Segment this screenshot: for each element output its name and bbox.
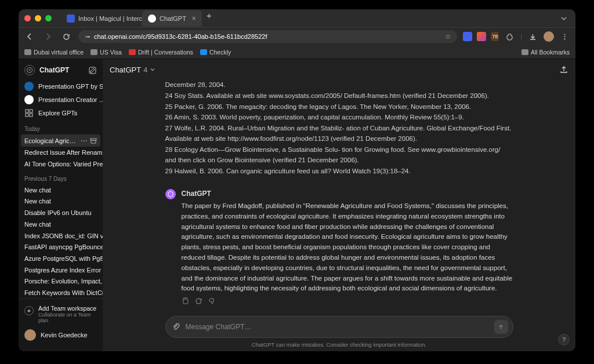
sidebar-chat[interactable]: New chat <box>19 219 103 230</box>
chatgpt-logo-icon[interactable] <box>24 65 35 75</box>
bookmark-item[interactable]: Dubai virtual office <box>24 49 84 56</box>
plus-circle-icon: + <box>24 306 34 315</box>
svg-rect-9 <box>26 114 28 117</box>
all-bookmarks-button[interactable]: All Bookmarks <box>521 49 570 56</box>
svg-point-4 <box>564 38 566 39</box>
bookmarks-bar: Dubai virtual office US Visa Drift | Con… <box>19 45 575 59</box>
chat-more-icon[interactable]: ⋯ <box>81 137 88 145</box>
sidebar-item-explore[interactable]: Explore GPTs <box>19 107 103 120</box>
tab-title: ChatGPT <box>160 15 186 22</box>
new-chat-icon[interactable] <box>88 66 97 75</box>
folder-icon <box>90 49 97 55</box>
gpt-avatar-icon <box>24 95 34 104</box>
close-window-button[interactable] <box>24 15 31 21</box>
new-tab-button[interactable]: + <box>202 10 216 27</box>
assistant-name: ChatGPT <box>182 188 513 199</box>
extension-icons: 78 | <box>463 31 571 42</box>
svg-rect-1 <box>87 36 90 37</box>
message-actions <box>182 297 513 305</box>
sidebar-item-gpt[interactable]: Presentation Creator … <box>19 93 103 107</box>
folder-icon <box>24 49 31 55</box>
sidebar-chat-active[interactable]: Ecological Agriculture Ov… ⋯ <box>21 134 100 147</box>
browser-menu-icon[interactable] <box>559 32 571 42</box>
sidebar-chat[interactable]: FastAPI asyncpg PgBouncer solut <box>19 241 103 253</box>
downloads-icon[interactable] <box>527 32 539 42</box>
bookmark-star-icon[interactable]: ☆ <box>445 32 451 41</box>
gpt-avatar-icon <box>24 82 34 91</box>
tab-title: Inbox | Magicul | Intercom <box>78 15 142 22</box>
app-name: ChatGPT <box>39 66 84 74</box>
reload-button[interactable] <box>60 32 73 42</box>
sidebar: ChatGPT Presentation GPT by S… Presentat… <box>19 59 103 351</box>
main-header: ChatGPT 4 <box>103 59 575 80</box>
user-message-content: December 28, 2004. 24 Soy Stats. Availab… <box>165 80 513 185</box>
attach-file-icon[interactable] <box>172 322 181 332</box>
folder-icon <box>521 49 528 55</box>
composer <box>165 316 513 338</box>
browser-titlebar: Inbox | Magicul | Intercom × ChatGPT × + <box>19 9 575 28</box>
sidebar-chat[interactable]: Index JSONB doc_id: GIN vs. BTRE <box>19 230 103 242</box>
extensions-menu-icon[interactable] <box>504 32 516 42</box>
minimize-window-button[interactable] <box>35 15 41 21</box>
svg-rect-12 <box>91 140 96 143</box>
sidebar-chat[interactable]: Azure PostgreSQL with PgBounce <box>19 253 103 264</box>
model-selector[interactable]: ChatGPT 4 <box>110 65 155 74</box>
svg-point-3 <box>564 36 566 37</box>
svg-rect-8 <box>30 110 32 112</box>
sidebar-item-gpt[interactable]: Presentation GPT by S… <box>19 80 103 93</box>
tabs-dropdown-icon[interactable] <box>558 13 570 24</box>
extension-icon[interactable] <box>463 32 472 41</box>
sidebar-chat[interactable]: AI Tone Options: Varied Presentat <box>19 158 103 170</box>
address-bar[interactable]: chat.openai.com/c/95d9313c-6281-40ab-b15… <box>78 30 457 43</box>
sidebar-chat[interactable]: Fetch Keywords With DictCursor <box>19 287 103 299</box>
drift-icon <box>129 49 136 55</box>
extension-icon[interactable] <box>477 32 486 41</box>
chat-archive-icon[interactable] <box>90 137 97 144</box>
profile-avatar-icon[interactable] <box>544 31 554 42</box>
svg-rect-13 <box>183 299 188 304</box>
regenerate-icon[interactable] <box>195 297 202 305</box>
assistant-message: ChatGPT The paper by Fred Magdoff, publi… <box>165 185 513 308</box>
bookmark-item[interactable]: US Visa <box>90 49 122 56</box>
svg-point-0 <box>85 36 86 37</box>
browser-toolbar: chat.openai.com/c/95d9313c-6281-40ab-b15… <box>19 28 575 45</box>
site-info-icon[interactable] <box>84 34 90 40</box>
assistant-text: The paper by Fred Magdoff, published in … <box>182 201 513 294</box>
sidebar-chat[interactable]: New chat <box>19 195 103 207</box>
grid-icon <box>24 108 34 118</box>
sidebar-chat[interactable]: Disable IPv6 on Ubuntu <box>19 207 103 219</box>
maximize-window-button[interactable] <box>45 15 52 21</box>
sidebar-chat[interactable]: New chat <box>19 184 103 196</box>
main-panel: ChatGPT 4 December 28, 2004. 24 Soy Stat… <box>103 59 575 351</box>
extension-badge-icon[interactable]: 78 <box>491 32 499 41</box>
checkly-icon <box>200 49 207 55</box>
copy-icon[interactable] <box>182 297 189 305</box>
svg-point-2 <box>564 34 566 35</box>
browser-tab-active[interactable]: ChatGPT × <box>142 10 202 27</box>
user-menu-button[interactable]: Kevin Goedecke <box>24 326 97 344</box>
browser-tab[interactable]: Inbox | Magicul | Intercom × <box>61 10 142 27</box>
url-text: chat.openai.com/c/95d9313c-6281-40ab-b15… <box>94 33 441 40</box>
intercom-favicon-icon <box>67 14 75 23</box>
sidebar-chat[interactable]: Redirect Issue After Renaming <box>19 147 103 158</box>
chat-scroll-area[interactable]: December 28, 2004. 24 Soy Stats. Availab… <box>103 80 575 312</box>
footer-disclaimer: ChatGPT can make mistakes. Consider chec… <box>103 339 575 351</box>
user-avatar-icon <box>24 329 36 341</box>
send-button[interactable] <box>494 320 508 334</box>
sidebar-chat[interactable]: Postgres Azure Index Error <box>19 264 103 276</box>
browser-tabs: Inbox | Magicul | Intercom × ChatGPT × + <box>61 10 558 27</box>
sidebar-chat[interactable]: Porsche: Evolution, Impact, Future <box>19 276 103 287</box>
help-button[interactable]: ? <box>558 334 570 345</box>
thumbs-down-icon[interactable] <box>208 297 216 305</box>
close-tab-icon[interactable]: × <box>192 14 196 23</box>
bookmark-item[interactable]: Drift | Conversations <box>129 49 193 56</box>
bookmark-item[interactable]: Checkly <box>200 49 231 56</box>
window-controls <box>24 15 52 21</box>
assistant-avatar-icon <box>165 189 176 199</box>
share-button[interactable] <box>559 65 568 74</box>
back-button[interactable] <box>23 31 36 42</box>
add-team-workspace-button[interactable]: + Add Team workspace Collaborate on a Te… <box>24 303 97 326</box>
forward-button[interactable] <box>42 31 55 42</box>
sidebar-section-header: Previous 7 Days <box>19 170 103 184</box>
message-input[interactable] <box>186 323 490 331</box>
